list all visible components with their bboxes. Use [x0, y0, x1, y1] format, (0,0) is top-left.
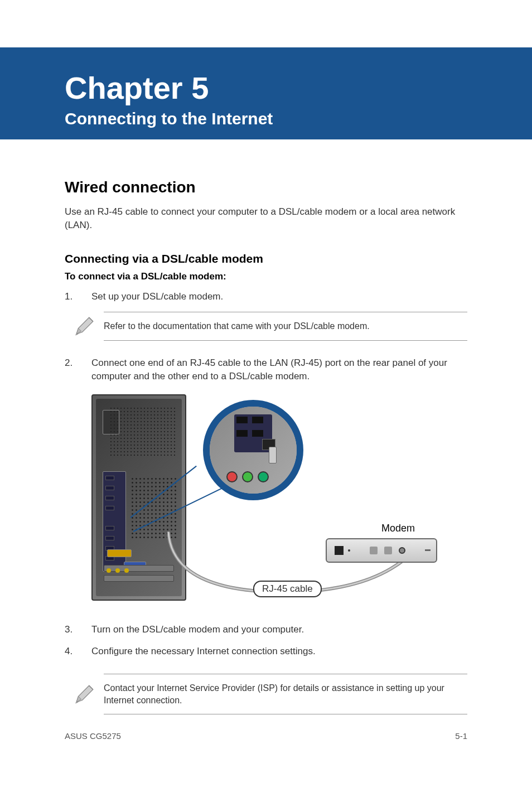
step-4: 4. Configure the necessary Internet conn… — [65, 645, 467, 658]
step-number: 1. — [65, 290, 91, 303]
page-footer: ASUS CG5275 5-1 — [65, 731, 467, 741]
step-2: 2. Connect one end of an RJ-45 cable to … — [65, 356, 467, 383]
chapter-header: Chapter 5 Connecting to the Internet — [0, 47, 532, 139]
intro-paragraph: Use an RJ-45 cable to connect your compu… — [65, 205, 467, 232]
note-2: Contact your Internet Service Provider (… — [65, 674, 467, 714]
step-text: Set up your DSL/cable modem. — [91, 290, 467, 303]
note-1: Refer to the documentation that came wit… — [65, 312, 467, 341]
step-text: Turn on the DSL/cable modem and your com… — [91, 623, 467, 636]
pencil-note-icon — [65, 683, 104, 706]
section-heading: Wired connection — [65, 178, 467, 196]
step-text: Configure the necessary Internet connect… — [91, 645, 467, 658]
modem-illustration — [326, 538, 437, 563]
chapter-subtitle: Connecting to the Internet — [65, 109, 532, 128]
note-text: Contact your Internet Service Provider (… — [104, 674, 467, 714]
note-text: Refer to the documentation that came wit… — [104, 312, 467, 341]
connection-diagram: Modem RJ-45 cable — [91, 394, 437, 606]
zoom-callout — [203, 400, 303, 500]
footer-page-number: 5-1 — [455, 731, 467, 741]
step-text: Connect one end of an RJ-45 cable to the… — [91, 356, 467, 383]
step-number: 4. — [65, 645, 91, 658]
subsection-heading: Connecting via a DSL/cable modem — [65, 252, 467, 265]
pencil-note-icon — [65, 315, 104, 338]
step-3: 3. Turn on the DSL/cable modem and your … — [65, 623, 467, 636]
step-number: 3. — [65, 623, 91, 636]
step-number: 2. — [65, 356, 91, 383]
cable-label: RJ-45 cable — [253, 581, 322, 597]
chapter-title: Chapter 5 — [65, 70, 532, 106]
modem-label: Modem — [381, 523, 415, 534]
instruction-bold: To connect via a DSL/cable modem: — [65, 271, 467, 282]
page-content: Wired connection Use an RJ-45 cable to c… — [0, 178, 532, 714]
step-1: 1. Set up your DSL/cable modem. — [65, 290, 467, 303]
footer-model: ASUS CG5275 — [65, 731, 121, 741]
